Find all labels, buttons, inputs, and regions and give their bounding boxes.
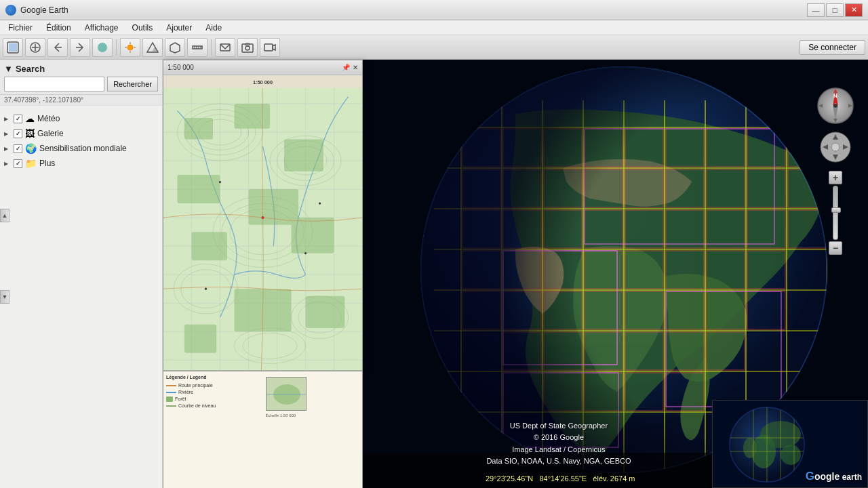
- menu-outils[interactable]: Outils: [127, 22, 159, 34]
- legend-river-label: Rivière: [178, 389, 193, 395]
- pan-control: [818, 130, 852, 164]
- close-button[interactable]: ✕: [845, 3, 863, 17]
- zoom-out-button[interactable]: −: [829, 241, 842, 255]
- maximize-button[interactable]: □: [826, 3, 844, 17]
- toolbar: Se connecter: [0, 35, 868, 60]
- map-scale: 1:50 000: [167, 64, 194, 71]
- nav-down-arrow[interactable]: ▼: [0, 290, 9, 304]
- search-arrow: ▼: [4, 64, 13, 74]
- compass[interactable]: N: [816, 87, 854, 125]
- search-input-row: Rechercher: [4, 77, 158, 92]
- coord-lng: 84°14'26.55"E: [539, 474, 587, 483]
- toolbar-separator-2: [211, 39, 212, 56]
- connect-button[interactable]: Se connecter: [800, 40, 865, 55]
- svg-rect-175: [248, 189, 298, 225]
- titlebar-left: Google Earth: [5, 5, 68, 16]
- layer-galerie[interactable]: ▶ ✓ 🖼 Galerie: [3, 126, 159, 141]
- svg-rect-180: [306, 296, 345, 328]
- label-sensibilisation: Sensibilisation mondiale: [39, 144, 127, 153]
- attribution-line2: © 2016 Google: [486, 432, 631, 444]
- checkbox-meteo[interactable]: ✓: [14, 115, 22, 123]
- svg-point-184: [205, 288, 207, 290]
- svg-rect-173: [177, 175, 220, 203]
- svg-rect-171: [184, 118, 213, 140]
- toolbar-sun-button[interactable]: [120, 38, 140, 57]
- coordinates-display: 29°23'25.46"N 84°14'26.55"E élév. 2674 m: [486, 474, 635, 483]
- svg-point-114: [781, 445, 801, 465]
- minimize-button[interactable]: —: [807, 3, 825, 17]
- legend-road-label: Route principale: [178, 382, 213, 388]
- search-title[interactable]: ▼ Search: [4, 64, 45, 74]
- toolbar-add-button[interactable]: [25, 38, 45, 57]
- layer-meteo[interactable]: ▶ ✓ ☁ Météo: [3, 111, 159, 126]
- expand-arrow-galerie: ▶: [4, 131, 11, 137]
- legend-text: Légende / Legend Route principale Rivièr…: [166, 374, 260, 487]
- toolbar-forward-button[interactable]: [70, 38, 90, 57]
- topo-map: 1:50 000: [163, 75, 362, 371]
- toolbar-email-button[interactable]: [92, 38, 113, 57]
- layer-plus[interactable]: ▶ ✓ 📁 Plus: [3, 156, 159, 171]
- main-content: US Dept of State Geographer © 2016 Googl…: [0, 60, 868, 488]
- svg-point-23: [245, 46, 250, 50]
- menu-fichier[interactable]: Fichier: [3, 22, 38, 34]
- navigation-controls: N: [816, 87, 854, 255]
- checkbox-sensibilisation[interactable]: ✓: [14, 144, 22, 153]
- checkbox-galerie[interactable]: ✓: [14, 129, 22, 138]
- search-input[interactable]: [4, 77, 104, 92]
- icon-plus: 📁: [25, 158, 37, 169]
- menu-edition[interactable]: Édition: [41, 22, 77, 34]
- legend-content: Légende / Legend Route principale Rivièr…: [166, 374, 359, 487]
- coord-lat: 29°23'25.46"N: [486, 474, 533, 483]
- toolbar-right: Se connecter: [800, 40, 865, 55]
- topo-map-svg: 1:50 000: [163, 75, 362, 371]
- attribution-line4: Data SIO, NOAA, U.S. Navy, NGA, GEBCO: [486, 455, 631, 468]
- icon-sensibilisation: 🌍: [25, 143, 37, 154]
- legend-scale: Échelle 1:50 000: [266, 413, 360, 418]
- checkbox-plus[interactable]: ✓: [14, 159, 22, 168]
- left-panel: ▼ Search Rechercher 37.407398°, -122.107…: [0, 60, 163, 488]
- attribution-line3: Image Landsat / Copernicus: [486, 444, 631, 456]
- legend-forest-label: Forêt: [175, 396, 186, 402]
- zoom-slider[interactable]: [833, 186, 838, 240]
- legend-forest: Forêt: [166, 396, 260, 402]
- map-overlay-header: 1:50 000 📌 ✕: [163, 60, 362, 75]
- coord-elev: élév. 2674 m: [593, 474, 635, 483]
- svg-point-7: [98, 43, 107, 52]
- toolbar-email2-button[interactable]: [215, 38, 235, 57]
- search-header: ▼ Search: [4, 64, 158, 74]
- zoom-in-button[interactable]: +: [829, 171, 842, 184]
- attribution-line1: US Dept of State Geographer: [486, 420, 631, 432]
- icon-galerie: 🖼: [25, 128, 35, 139]
- titlebar-controls: — □ ✕: [807, 3, 863, 17]
- nav-up-arrow[interactable]: ▲: [0, 209, 9, 222]
- zoom-thumb[interactable]: [831, 207, 841, 213]
- titlebar-title: Google Earth: [20, 5, 68, 15]
- toolbar-nav-button[interactable]: [3, 38, 23, 57]
- svg-point-115: [743, 438, 757, 458]
- attribution: US Dept of State Geographer © 2016 Googl…: [486, 420, 631, 468]
- toolbar-mountain-button[interactable]: [142, 38, 163, 57]
- titlebar: Google Earth — □ ✕: [0, 0, 868, 20]
- toolbar-grid-button[interactable]: [165, 38, 185, 57]
- menu-affichage[interactable]: Affichage: [79, 22, 124, 34]
- svg-point-182: [219, 181, 221, 183]
- svg-point-181: [261, 216, 264, 219]
- svg-marker-15: [170, 43, 180, 53]
- map-close-btn[interactable]: ✕: [353, 64, 358, 71]
- legend-right: Échelle 1:50 000: [266, 374, 360, 487]
- toolbar-ruler-button[interactable]: [187, 38, 208, 57]
- toolbar-back-button[interactable]: [47, 38, 68, 57]
- menu-aide[interactable]: Aide: [200, 22, 227, 34]
- menu-ajouter[interactable]: Ajouter: [161, 22, 197, 34]
- coords-bar: 37.407398°, -122.107180°: [0, 95, 162, 106]
- toolbar-video-button[interactable]: [260, 38, 280, 57]
- svg-rect-25: [264, 44, 273, 51]
- svg-rect-174: [284, 140, 323, 171]
- toolbar-photo-button[interactable]: [237, 38, 258, 57]
- layer-sensibilisation[interactable]: ▶ ✓ 🌍 Sensibilisation mondiale: [3, 141, 159, 156]
- search-button[interactable]: Rechercher: [107, 77, 158, 92]
- coords-text: 37.407398°, -122.107180°: [4, 96, 83, 104]
- label-plus: Plus: [39, 159, 55, 168]
- toolbar-separator-1: [116, 39, 117, 56]
- map-pin-btn[interactable]: 📌: [342, 64, 350, 71]
